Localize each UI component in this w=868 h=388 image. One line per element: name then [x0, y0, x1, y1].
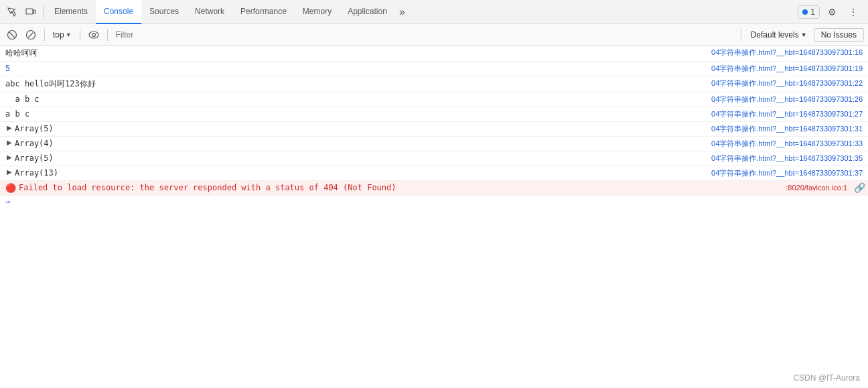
row-text: Array(4) — [15, 139, 54, 148]
more-menu-btn[interactable]: ⋮ — [844, 3, 863, 21]
context-selector[interactable]: top ▼ — [50, 29, 74, 41]
svg-point-6 — [89, 31, 98, 38]
tabs-right-controls: 1 ⚙ ⋮ — [798, 3, 863, 21]
badge-count: 1 — [810, 7, 815, 17]
row-content: a b c — [0, 109, 706, 119]
tab-application[interactable]: Application — [340, 0, 395, 24]
tab-memory[interactable]: Memory — [295, 0, 340, 24]
svg-line-5 — [29, 32, 33, 37]
tab-separator — [43, 5, 44, 19]
row-text: 哈哈呵呵 — [5, 48, 38, 59]
row-link[interactable]: 04字符串操作.html?__hbt=1648733097301:26 — [706, 94, 868, 105]
row-link[interactable]: 04字符串操作.html?__hbt=1648733097301:16 — [706, 47, 868, 58]
error-icon: 🔴 — [5, 183, 16, 193]
row-content: ▶ Array(5) — [0, 123, 706, 134]
row-content: ▶ Array(13) — [0, 168, 706, 178]
tab-performance[interactable]: Performance — [232, 0, 295, 24]
toolbar-sep-4 — [741, 29, 741, 41]
filter-input[interactable] — [113, 29, 735, 41]
console-row: abc hello叫呵123你好 04字符串操作.html?__hbt=1648… — [0, 76, 868, 92]
error-link[interactable]: :8020/favicon.ico:1 — [780, 183, 853, 192]
toolbar-sep-2 — [80, 29, 80, 41]
external-link-icon[interactable]: 🔗 — [854, 182, 865, 193]
row-link[interactable]: 04字符串操作.html?__hbt=1648733097301:35 — [706, 153, 868, 164]
default-levels-btn[interactable]: Default levels ▼ — [747, 29, 811, 41]
error-row: 🔴 Failed to load resource: the server re… — [0, 181, 868, 196]
no-issues-btn[interactable]: No Issues — [814, 28, 864, 42]
row-text: Array(5) — [15, 124, 54, 133]
row-content: a b c — [0, 94, 706, 105]
toolbar-sep-3 — [107, 29, 108, 41]
console-body: 哈哈呵呵 04字符串操作.html?__hbt=1648733097301:16… — [0, 46, 868, 388]
row-text: Array(5) — [15, 153, 54, 163]
context-dropdown-arrow: ▼ — [66, 31, 72, 38]
console-row: ▶ Array(5) 04字符串操作.html?__hbt=1648733097… — [0, 151, 868, 166]
row-link[interactable]: 04字符串操作.html?__hbt=1648733097301:31 — [706, 123, 868, 135]
stop-btn[interactable] — [23, 27, 39, 43]
tab-sources[interactable]: Sources — [141, 0, 187, 24]
row-content: ▶ Array(4) — [0, 138, 706, 149]
devtools-window: Elements Console Sources Network Perform… — [0, 0, 868, 388]
row-link[interactable]: 04字符串操作.html?__hbt=1648733097301:19 — [706, 63, 868, 74]
console-content: 哈哈呵呵 04字符串操作.html?__hbt=1648733097301:16… — [0, 46, 868, 388]
row-link[interactable]: 04字符串操作.html?__hbt=1648733097301:37 — [706, 168, 868, 179]
dot-indicator — [802, 9, 808, 15]
svg-point-7 — [92, 33, 95, 36]
clear-console-btn[interactable] — [4, 27, 20, 43]
tab-console[interactable]: Console — [96, 0, 141, 24]
expand-array-btn[interactable]: ▶ — [5, 153, 13, 161]
tab-network[interactable]: Network — [187, 0, 232, 24]
svg-rect-0 — [26, 9, 33, 14]
console-toolbar: top ▼ Default levels ▼ No Issues — [0, 24, 868, 46]
console-row: 5 04字符串操作.html?__hbt=1648733097301:19 — [0, 62, 868, 76]
row-content: ▶ Array(5) — [0, 153, 706, 164]
dot-badge: 1 — [798, 5, 820, 19]
live-expressions-btn[interactable] — [86, 27, 102, 43]
cursor-prompt: → — [5, 197, 10, 206]
row-content: 5 — [0, 63, 706, 74]
toolbar-sep-1 — [44, 29, 45, 41]
error-text: Failed to load resource: the server resp… — [19, 183, 396, 192]
row-text: 5 — [5, 64, 10, 73]
settings-btn[interactable]: ⚙ — [822, 3, 841, 21]
console-row: ▶ Array(4) 04字符串操作.html?__hbt=1648733097… — [0, 137, 868, 151]
inspect-element-btn[interactable] — [3, 3, 21, 21]
row-content: 哈哈呵呵 — [0, 47, 706, 60]
console-row: ▶ Array(13) 04字符串操作.html?__hbt=164873309… — [0, 166, 868, 181]
cursor-row[interactable]: → — [0, 196, 868, 208]
expand-array-btn[interactable]: ▶ — [5, 124, 13, 131]
console-row: ▶ Array(5) 04字符串操作.html?__hbt=1648733097… — [0, 122, 868, 137]
row-link[interactable]: 04字符串操作.html?__hbt=1648733097301:27 — [706, 109, 868, 120]
svg-rect-1 — [33, 10, 35, 13]
tab-elements[interactable]: Elements — [46, 0, 96, 24]
row-text: a b c — [5, 109, 29, 119]
more-tabs-btn[interactable]: » — [395, 0, 409, 24]
row-text: a b c — [5, 94, 40, 104]
devtools-tab-bar: Elements Console Sources Network Perform… — [0, 0, 868, 24]
row-content: 🔴 Failed to load resource: the server re… — [0, 182, 780, 194]
row-link[interactable]: 04字符串操作.html?__hbt=1648733097301:33 — [706, 138, 868, 149]
console-row: a b c 04字符串操作.html?__hbt=1648733097301:2… — [0, 92, 868, 107]
row-text: Array(13) — [15, 168, 58, 178]
row-text: abc hello叫呵123你好 — [5, 78, 96, 90]
svg-line-3 — [9, 32, 15, 38]
console-row: a b c 04字符串操作.html?__hbt=1648733097301:2… — [0, 107, 868, 122]
device-toolbar-btn[interactable] — [21, 3, 40, 21]
levels-dropdown-arrow: ▼ — [801, 31, 807, 38]
expand-array-btn[interactable]: ▶ — [5, 139, 13, 146]
watermark: CSDN @IT-Aurora — [793, 373, 860, 383]
row-link[interactable]: 04字符串操作.html?__hbt=1648733097301:22 — [706, 78, 868, 89]
row-content: abc hello叫呵123你好 — [0, 78, 706, 90]
console-row: 哈哈呵呵 04字符串操作.html?__hbt=1648733097301:16 — [0, 46, 868, 62]
expand-array-btn[interactable]: ▶ — [5, 168, 13, 176]
